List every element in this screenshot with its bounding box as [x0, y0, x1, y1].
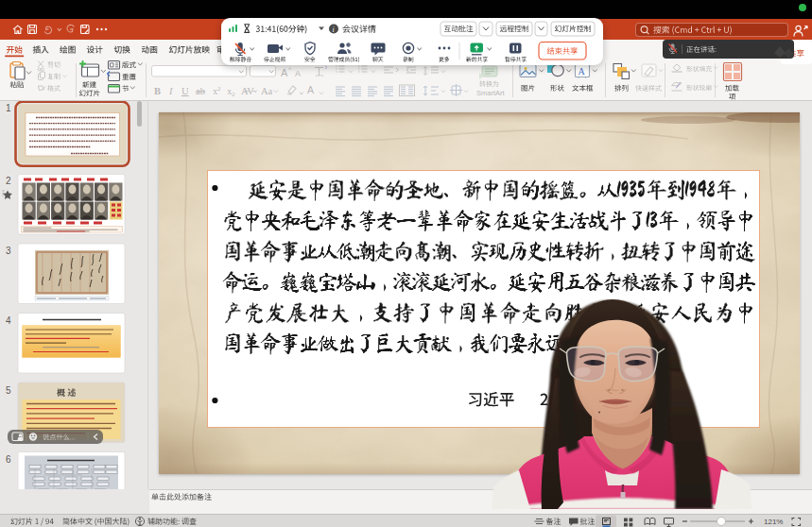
svg-text:A: A [579, 66, 586, 76]
svg-text:4: 4 [6, 315, 11, 326]
svg-text:A: A [307, 84, 314, 95]
svg-text:A: A [281, 67, 288, 78]
svg-text:I: I [168, 86, 173, 96]
svg-text:5: 5 [6, 385, 11, 396]
svg-text:SmartArt: SmartArt [476, 89, 506, 97]
svg-text:2: 2 [6, 176, 11, 186]
svg-text:2: 2 [217, 85, 221, 93]
svg-text:1: 1 [6, 103, 11, 113]
svg-text:Aa: Aa [261, 86, 273, 96]
svg-text:2: 2 [232, 91, 235, 98]
svg-text:B: B [154, 86, 161, 96]
svg-text:121%: 121% [764, 518, 783, 526]
svg-text:i: i [332, 26, 334, 34]
svg-text:3: 3 [6, 246, 11, 256]
svg-text:A: A [295, 69, 301, 78]
svg-text:^: ^ [288, 66, 292, 73]
svg-text:6: 6 [6, 454, 11, 465]
svg-text:ab: ab [196, 86, 205, 96]
svg-text:U: U [181, 86, 189, 96]
